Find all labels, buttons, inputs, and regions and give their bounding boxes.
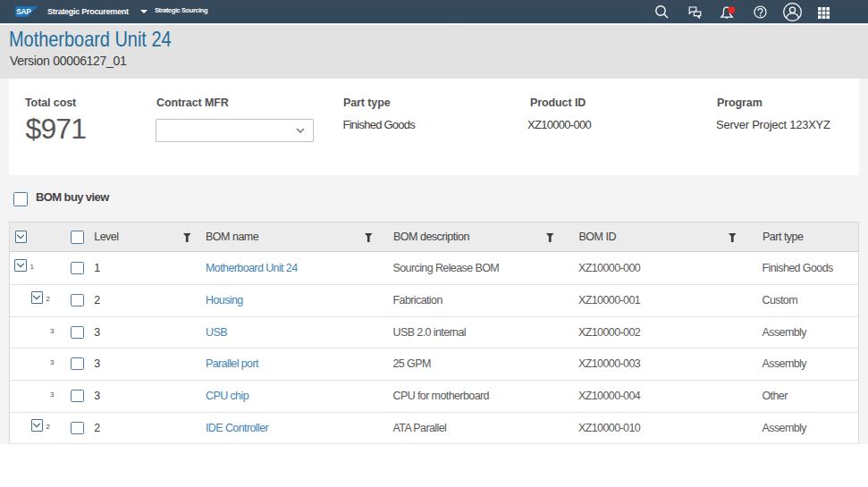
svg-text:SAP: SAP bbox=[16, 8, 31, 16]
